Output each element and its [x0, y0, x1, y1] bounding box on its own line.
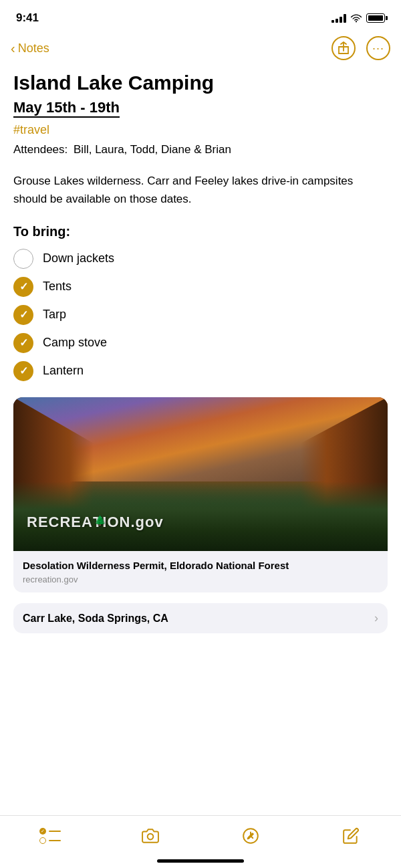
checkbox-checked[interactable] — [13, 333, 33, 353]
link-card-info: Desolation Wilderness Permit, Eldorado N… — [13, 551, 388, 593]
checklist-item[interactable]: Down jackets — [13, 249, 388, 269]
svg-point-0 — [148, 834, 154, 840]
nav-actions: ··· — [331, 36, 390, 60]
link-card[interactable]: RECREAT🌲ION.gov Desolation Wilderness Pe… — [13, 397, 388, 593]
note-body: Grouse Lakes wilderness. Carr and Feeley… — [13, 172, 388, 208]
checklist-item-label: Tarp — [43, 308, 66, 322]
checklist-icon — [39, 828, 61, 844]
note-content: Island Lake Camping May 15th - 19th #tra… — [0, 66, 401, 714]
note-attendees: Attendees: Bill, Laura, Todd, Diane & Br… — [13, 141, 388, 158]
checklist-item-label: Tents — [43, 280, 72, 294]
back-button[interactable]: ‹ Notes — [11, 41, 49, 56]
checklist-item-label: Down jackets — [43, 251, 114, 265]
check-line — [49, 831, 61, 832]
link-card-logo: RECREAT🌲ION.gov — [27, 514, 164, 531]
link-card-image: RECREAT🌲ION.gov — [13, 397, 388, 551]
more-button[interactable]: ··· — [366, 36, 390, 60]
checklist-item[interactable]: Camp stove — [13, 333, 388, 353]
checkbox-unchecked[interactable] — [13, 249, 33, 269]
map-card-title: Carr Lake, Soda Springs, CA — [23, 613, 168, 625]
check-dot-unchecked — [39, 837, 46, 844]
attendees-value: Bill, Laura, Todd, Diane & Brian — [74, 143, 231, 156]
checklist-item[interactable]: Lantern — [13, 361, 388, 381]
toolbar-camera-button[interactable] — [134, 823, 166, 849]
status-bar: 9:41 — [0, 0, 401, 33]
note-tag: #travel — [13, 123, 388, 137]
checkbox-checked[interactable] — [13, 305, 33, 325]
wifi-icon — [350, 13, 362, 23]
checklist: Down jackets Tents Tarp Camp stove Lante… — [13, 249, 388, 381]
battery-icon — [366, 13, 385, 23]
checklist-item-label: Camp stove — [43, 336, 107, 350]
check-dot-checked — [39, 828, 46, 835]
check-line — [49, 840, 61, 841]
camera-icon — [142, 827, 159, 845]
status-icons — [331, 13, 385, 23]
marker-icon — [242, 827, 259, 845]
map-card[interactable]: Carr Lake, Soda Springs, CA › — [13, 603, 388, 633]
link-card-title: Desolation Wilderness Permit, Eldorado N… — [23, 559, 378, 572]
signal-bars-icon — [331, 13, 346, 23]
link-card-url: recreation.gov — [23, 574, 378, 584]
note-date: May 15th - 19th — [13, 99, 120, 118]
home-indicator — [157, 859, 244, 863]
status-time: 9:41 — [16, 11, 39, 25]
toolbar-markup-button[interactable] — [235, 823, 267, 849]
share-button[interactable] — [331, 36, 356, 60]
checkbox-checked[interactable] — [13, 277, 33, 297]
section-heading: To bring: — [13, 224, 388, 239]
checklist-item[interactable]: Tarp — [13, 305, 388, 325]
chevron-right-icon: › — [374, 611, 378, 625]
note-title: Island Lake Camping — [13, 71, 388, 95]
nav-bar: ‹ Notes ··· — [0, 33, 401, 66]
chevron-left-icon: ‹ — [11, 41, 15, 55]
attendees-label: Attendees: — [13, 143, 68, 156]
checklist-item[interactable]: Tents — [13, 277, 388, 297]
checklist-item-label: Lantern — [43, 364, 84, 378]
more-dots-icon: ··· — [372, 42, 384, 54]
toolbar-items — [0, 823, 401, 849]
share-icon — [338, 41, 350, 55]
map-card-info: Carr Lake, Soda Springs, CA › — [13, 603, 388, 633]
back-label: Notes — [18, 41, 49, 56]
edit-icon — [342, 827, 360, 845]
toolbar-checklist-button[interactable] — [34, 823, 66, 849]
checkbox-checked[interactable] — [13, 361, 33, 381]
toolbar-edit-button[interactable] — [335, 823, 367, 849]
